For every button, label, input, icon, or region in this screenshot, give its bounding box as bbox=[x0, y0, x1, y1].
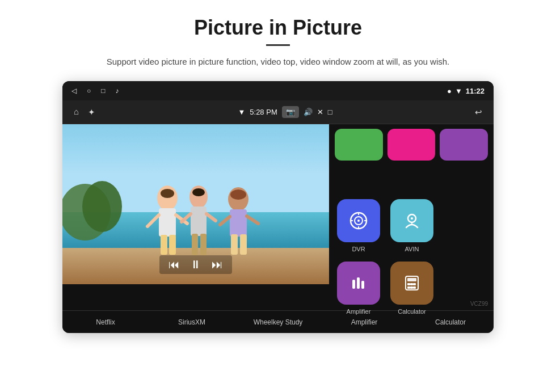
svg-rect-37 bbox=[357, 277, 360, 289]
top-apps-row bbox=[335, 129, 488, 161]
pip-overlay[interactable]: 📷 − + ✕ ⏮ ⏸ ⏭ bbox=[62, 124, 329, 284]
app-avin[interactable]: AVIN bbox=[388, 199, 436, 252]
subtitle: Support video picture in picture functio… bbox=[107, 55, 449, 69]
dvr-icon-svg bbox=[348, 210, 369, 231]
bottom-label-wheelkey: Wheelkey Study bbox=[235, 318, 321, 326]
svg-rect-8 bbox=[169, 235, 176, 255]
nav-right: ↩ bbox=[475, 107, 482, 117]
dvr-label: DVR bbox=[352, 246, 365, 252]
svg-rect-36 bbox=[352, 280, 355, 289]
volume-icon[interactable]: 🔊 bbox=[304, 108, 313, 116]
svg-point-23 bbox=[161, 189, 174, 198]
svg-rect-16 bbox=[240, 234, 247, 255]
svg-point-24 bbox=[192, 188, 205, 196]
calculator-icon-svg bbox=[402, 273, 422, 293]
bottom-label-amplifier: Amplifier bbox=[321, 318, 407, 326]
svg-rect-6 bbox=[159, 208, 176, 237]
app-icons-row: DVR AVIN bbox=[335, 199, 488, 252]
app-placeholder-pink[interactable] bbox=[387, 129, 436, 161]
title-divider bbox=[266, 44, 290, 46]
close-nav-icon[interactable]: ✕ bbox=[317, 108, 323, 116]
app-placeholder-green[interactable] bbox=[335, 129, 383, 161]
svg-rect-46 bbox=[413, 286, 416, 289]
svg-rect-10 bbox=[191, 206, 207, 236]
nav-time: 5:28 PM bbox=[250, 108, 277, 116]
usb-icon: ✦ bbox=[88, 107, 95, 117]
amplifier-icon-box bbox=[337, 262, 380, 305]
window-icon[interactable]: □ bbox=[328, 108, 332, 116]
avin-label: AVIN bbox=[405, 246, 419, 252]
amplifier-label: Amplifier bbox=[347, 308, 371, 315]
svg-point-4 bbox=[82, 181, 122, 232]
amplifier-icon-svg bbox=[348, 273, 369, 293]
app-calculator[interactable]: Calculator bbox=[388, 262, 436, 315]
pip-next-btn[interactable]: ⏭ bbox=[212, 258, 223, 271]
svg-point-25 bbox=[230, 189, 246, 200]
nav-center: ▼ 5:28 PM 📷 🔊 ✕ □ bbox=[238, 106, 332, 118]
location-pin-icon: ● bbox=[447, 87, 452, 95]
status-time: 11:22 bbox=[466, 87, 485, 95]
statusbar-right: ● ▼ 11:22 bbox=[447, 87, 485, 95]
wifi-nav-icon: ▼ bbox=[238, 108, 245, 116]
bottom-label-calculator: Calculator bbox=[407, 318, 494, 326]
pip-prev-btn[interactable]: ⏮ bbox=[169, 258, 180, 271]
device-frame: ◁ ○ □ ♪ ● ▼ 11:22 ⌂ ✦ ▼ 5:28 PM 📷 🔊 bbox=[62, 81, 494, 333]
svg-rect-7 bbox=[161, 235, 167, 255]
svg-point-28 bbox=[357, 220, 360, 222]
bottom-label-netflix: Netflix bbox=[62, 318, 149, 326]
svg-rect-45 bbox=[410, 286, 413, 289]
home-icon[interactable]: ○ bbox=[87, 87, 91, 95]
bottom-label-siriusxm: SiriusXM bbox=[149, 318, 235, 326]
android-statusbar: ◁ ○ □ ♪ ● ▼ 11:22 bbox=[62, 81, 494, 100]
nav-bar: ⌂ ✦ ▼ 5:28 PM 📷 🔊 ✕ □ ↩ bbox=[62, 100, 494, 124]
watermark: VCZ99 bbox=[470, 301, 488, 307]
app-icons-row-2: Amplifier bbox=[335, 262, 488, 315]
app-amplifier[interactable]: Amplifier bbox=[335, 262, 382, 315]
home-nav-icon[interactable]: ⌂ bbox=[74, 107, 79, 117]
avin-icon-box bbox=[390, 199, 433, 242]
svg-point-34 bbox=[411, 217, 413, 220]
nav-left: ⌂ ✦ bbox=[74, 107, 95, 117]
calculator-label: Calculator bbox=[398, 308, 426, 315]
app-grid-area: DVR AVIN bbox=[329, 124, 494, 310]
app-placeholder-purple[interactable] bbox=[440, 129, 488, 161]
svg-rect-41 bbox=[407, 283, 410, 285]
music-icon: ♪ bbox=[116, 87, 119, 95]
page-wrapper: Picture in Picture Support video picture… bbox=[0, 0, 556, 392]
page-title: Picture in Picture bbox=[194, 16, 362, 40]
svg-rect-12 bbox=[200, 234, 207, 255]
recents-icon[interactable]: □ bbox=[101, 87, 105, 95]
statusbar-left: ◁ ○ □ ♪ bbox=[71, 87, 119, 95]
svg-rect-14 bbox=[230, 209, 247, 237]
calculator-icon-box bbox=[390, 262, 433, 305]
avin-icon-svg bbox=[402, 210, 422, 231]
svg-rect-15 bbox=[231, 234, 238, 255]
camera-button[interactable]: 📷 bbox=[282, 106, 299, 118]
app-dvr[interactable]: DVR bbox=[335, 199, 382, 252]
back-nav-icon[interactable]: ↩ bbox=[475, 107, 482, 117]
svg-rect-43 bbox=[413, 283, 416, 285]
back-icon[interactable]: ◁ bbox=[71, 87, 77, 95]
dvr-icon-box bbox=[337, 199, 380, 242]
pip-pause-btn[interactable]: ⏸ bbox=[190, 258, 201, 271]
svg-rect-44 bbox=[407, 286, 410, 289]
wifi-icon: ▼ bbox=[455, 87, 462, 95]
svg-rect-11 bbox=[192, 234, 198, 255]
svg-rect-38 bbox=[361, 281, 364, 289]
main-content: 📷 − + ✕ ⏮ ⏸ ⏭ bbox=[62, 124, 494, 310]
svg-rect-42 bbox=[410, 283, 413, 285]
svg-rect-40 bbox=[407, 278, 416, 281]
